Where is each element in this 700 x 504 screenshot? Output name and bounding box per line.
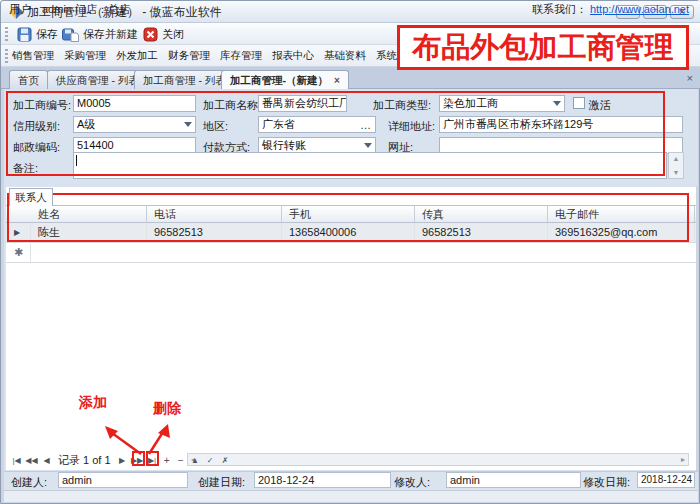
- active-checkbox[interactable]: [573, 97, 585, 109]
- save-and-new-label: 保存并新建: [83, 27, 138, 42]
- remark-label: 备注:: [13, 161, 38, 176]
- tab-close-icon[interactable]: ×: [334, 75, 340, 86]
- annotation-delete-text: 删除: [153, 400, 181, 418]
- close-icon: [143, 27, 158, 42]
- modified-by-field: admin: [446, 472, 581, 488]
- contacts-tab[interactable]: 联系人: [9, 188, 53, 206]
- menu-outsourcing[interactable]: 外发加工: [111, 49, 163, 63]
- cell-fax[interactable]: 96582513: [415, 223, 548, 242]
- remark-scrollbar[interactable]: ▲ ▼: [668, 152, 684, 179]
- menu-basic-data[interactable]: 基础资料: [319, 49, 371, 63]
- chevron-down-icon[interactable]: [184, 122, 192, 127]
- new-row[interactable]: ✱: [6, 243, 696, 263]
- region-label: 地区:: [203, 119, 228, 134]
- address-input[interactable]: 广州市番禺区市桥东环路129号: [439, 116, 683, 133]
- menu-sales[interactable]: 销售管理: [7, 49, 59, 63]
- tab-processor-list[interactable]: 加工商管理 - 列表: [134, 70, 235, 89]
- col-name[interactable]: 姓名: [31, 206, 147, 222]
- save-and-new-button[interactable]: 保存并新建: [62, 25, 138, 43]
- created-by-label: 创建人:: [11, 475, 47, 490]
- col-mobile[interactable]: 手机: [282, 206, 415, 222]
- col-fax[interactable]: 传真: [415, 206, 548, 222]
- annotation-headline-box: 布品外包加工商管理: [397, 25, 689, 70]
- type-value: 染色加工商: [443, 97, 498, 109]
- annotation-headline-text: 布品外包加工商管理: [413, 28, 674, 68]
- zip-label: 邮政编码:: [13, 140, 60, 155]
- cell-name[interactable]: 陈生: [31, 223, 147, 242]
- cell-phone[interactable]: 96582513: [147, 223, 282, 242]
- menu-finance[interactable]: 财务管理: [163, 49, 215, 63]
- col-email[interactable]: 电子邮件: [548, 206, 695, 222]
- active-label: 激活: [589, 98, 611, 113]
- save-button[interactable]: 保存: [17, 25, 58, 43]
- remark-textarea[interactable]: [73, 152, 667, 179]
- payment-value: 银行转账: [262, 139, 306, 151]
- nav-edit-icon[interactable]: ▲: [188, 456, 203, 465]
- nav-cancel-icon[interactable]: ✗: [218, 456, 233, 465]
- annotation-add-text: 添加: [79, 394, 107, 412]
- table-row[interactable]: ▶ 陈生 96582513 13658400006 96582513 36951…: [6, 223, 696, 243]
- cell-email[interactable]: 369516325@qq.com: [548, 223, 695, 242]
- name-input[interactable]: 番禺新会纺织工厂: [258, 95, 347, 112]
- created-by-field: admin: [58, 472, 188, 488]
- close-tab-button[interactable]: 关闭: [143, 25, 184, 43]
- nav-prev-page-icon[interactable]: ◀◀: [24, 456, 39, 465]
- region-input[interactable]: 广东省 …: [258, 116, 376, 133]
- selected-row-indicator-icon: ▶: [6, 223, 31, 242]
- ellipsis-browse-icon[interactable]: …: [360, 118, 372, 133]
- nav-commit-icon[interactable]: ✓: [203, 456, 218, 465]
- website-link[interactable]: http://www.aolan.net: [590, 3, 689, 15]
- save-icon: [17, 27, 32, 42]
- type-select[interactable]: 染色加工商: [439, 95, 565, 112]
- save-new-icon: [62, 27, 79, 42]
- name-label: 加工商名称:: [203, 98, 261, 113]
- app-window: 加工商管理-（新建） - 傲蓝布业软件 — □ ✕ 保存 保存并新建: [0, 0, 700, 504]
- status-contact: 联系我们： http://www.aolan.net: [532, 2, 689, 17]
- tab-home[interactable]: 首页: [9, 70, 48, 89]
- tabstrip-close-icon[interactable]: ×: [687, 72, 693, 84]
- close-label: 关闭: [162, 27, 184, 42]
- modified-date-label: 修改日期:: [583, 475, 630, 490]
- text-caret: [76, 155, 77, 166]
- nav-first-icon[interactable]: |◀: [9, 456, 24, 465]
- chevron-down-icon[interactable]: [364, 143, 372, 148]
- chevron-down-icon[interactable]: [553, 101, 561, 106]
- contacts-header-row: 姓名 电话 手机 传真 电子邮件: [6, 206, 696, 223]
- scroll-up-icon[interactable]: ▲: [673, 155, 680, 162]
- document-tab-strip: 首页 供应商管理 - 列表 加工商管理 - 列表 加工商管理-（新建）× ×: [1, 67, 700, 89]
- tab-processor-new-label: 加工商管理-（新建）: [230, 74, 328, 86]
- menu-purchase[interactable]: 采购管理: [59, 49, 111, 63]
- menu-inventory[interactable]: 库存管理: [215, 49, 267, 63]
- modified-by-label: 修改人:: [394, 475, 430, 490]
- cell-mobile[interactable]: 13658400006: [282, 223, 415, 242]
- credit-select[interactable]: A级: [73, 116, 196, 133]
- region-value: 广东省: [262, 118, 295, 130]
- toolbar-grip: [5, 27, 8, 41]
- annotation-arrows: [96, 416, 186, 461]
- horizontal-scrollbar[interactable]: ◂ ▸: [187, 453, 689, 466]
- save-label: 保存: [36, 27, 58, 42]
- col-phone[interactable]: 电话: [147, 206, 282, 222]
- new-row-indicator-icon: ✱: [6, 243, 31, 262]
- credit-value: A级: [77, 118, 95, 130]
- tab-supplier-list[interactable]: 供应商管理 - 列表: [47, 70, 148, 89]
- contact-label: 联系我们：: [532, 3, 587, 15]
- credit-label: 信用级别:: [13, 119, 60, 134]
- address-label: 详细地址:: [388, 119, 435, 134]
- tab-processor-new[interactable]: 加工商管理-（新建）×: [221, 70, 349, 89]
- menu-reports[interactable]: 报表中心: [267, 49, 319, 63]
- modified-date-field: 2018-12-24: [637, 472, 695, 488]
- code-label: 加工商编号:: [13, 98, 71, 113]
- scroll-down-icon[interactable]: ▼: [673, 169, 680, 176]
- nav-prev-icon[interactable]: ◀: [39, 456, 54, 465]
- scroll-right-icon[interactable]: ▸: [681, 455, 685, 464]
- code-input[interactable]: M0005: [73, 95, 196, 112]
- status-bar: [4, 490, 698, 502]
- type-label: 加工商类型:: [373, 98, 431, 113]
- created-date-label: 创建日期:: [198, 475, 245, 490]
- created-date-field: 2018-12-24: [254, 472, 391, 488]
- status-user-store: 用户：admin 门店：总店: [9, 2, 130, 17]
